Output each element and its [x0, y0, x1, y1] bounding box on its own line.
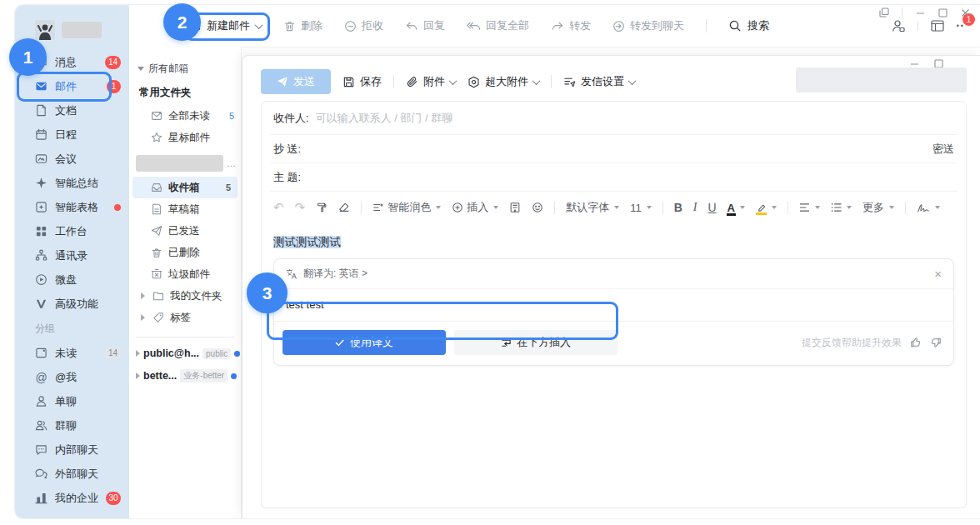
signature-button[interactable]	[917, 202, 940, 213]
folder-junk[interactable]: 垃圾邮件	[129, 263, 241, 285]
insert-button[interactable]: 插入	[452, 200, 498, 215]
thumbs-down-icon[interactable]	[930, 337, 942, 348]
sidebar-group-label: 分组	[15, 316, 129, 341]
sidebar-item-unread[interactable]: 未读14	[15, 341, 129, 365]
format-painter-icon[interactable]	[316, 202, 328, 213]
sidebar-item-drive[interactable]: 微盘	[15, 268, 129, 292]
attach-button[interactable]: 附件	[406, 74, 456, 89]
mail-account-item[interactable]: public@h...public	[129, 342, 241, 364]
list-button[interactable]	[831, 202, 852, 212]
sidebar-item-people[interactable]: 群聊	[15, 413, 129, 438]
highlight-button[interactable]	[756, 202, 777, 212]
bcc-toggle[interactable]: 密送	[932, 142, 954, 157]
smart-polish-button[interactable]: 智能润色	[372, 200, 441, 215]
subject-field[interactable]: 主 题:	[270, 163, 958, 192]
person-icon	[35, 395, 48, 408]
all-mailboxes[interactable]: 所有邮箱	[129, 58, 241, 79]
pin-window-icon[interactable]	[879, 8, 889, 18]
font-family-select[interactable]: 默认字体	[566, 200, 619, 215]
folder-draft[interactable]: 草稿箱	[129, 198, 241, 220]
contact-card-icon[interactable]	[891, 18, 906, 33]
folder-divider	[136, 337, 234, 338]
close-icon[interactable]	[960, 8, 970, 18]
sidebar-item-contacts[interactable]: 通讯录	[15, 243, 129, 268]
sidebar-item-person[interactable]: 单聊	[15, 389, 129, 413]
sidebar-item-at[interactable]: @@我	[15, 365, 129, 389]
reply-button[interactable]: 回复	[405, 18, 445, 33]
insert-below-button[interactable]: 在下方插入	[454, 330, 618, 355]
folder-mail-unread[interactable]: 全部未读5	[129, 105, 241, 127]
check-icon	[335, 338, 345, 348]
sidebar-item-advanced[interactable]: 高级功能	[15, 292, 129, 316]
align-button[interactable]	[799, 202, 820, 212]
underline-button[interactable]: U	[708, 201, 716, 214]
bold-button[interactable]: B	[674, 201, 682, 214]
triangle-right-icon	[136, 350, 140, 357]
triangle-right-icon	[141, 314, 145, 321]
folder-star[interactable]: 星标邮件	[129, 127, 241, 148]
font-size-select[interactable]: 11	[630, 202, 652, 214]
sidebar-item-label: 我的企业	[55, 491, 98, 506]
app-window: 消息14邮件1文档日程会议智能总结智能表格工作台通讯录微盘高级功能分组未读14@…	[15, 5, 980, 518]
thumbs-up-icon[interactable]	[910, 337, 922, 348]
sidebar-item-calendar[interactable]: 日程	[15, 122, 129, 147]
search-icon	[728, 19, 742, 32]
mail-account-item[interactable]: bette...业务-better	[129, 364, 241, 388]
avatar[interactable]	[35, 20, 55, 40]
use-translation-button[interactable]: 使用译文	[282, 330, 446, 355]
sidebar-item-doc[interactable]: 文档	[15, 98, 129, 122]
close-icon[interactable]: ×	[934, 268, 942, 280]
template-icon[interactable]	[509, 202, 521, 213]
sidebar-item-workbench[interactable]: 工作台	[15, 219, 129, 243]
account-more-dots[interactable]: …	[227, 158, 236, 168]
sidebar-item-label: 智能总结	[55, 176, 121, 191]
translate-result: test test	[274, 289, 953, 322]
more-format-button[interactable]: 更多	[862, 200, 894, 215]
folder-tag[interactable]: 标签	[129, 307, 241, 328]
sidebar-item-meeting[interactable]: 会议	[15, 147, 129, 171]
account-row-redacted[interactable]: …	[136, 155, 236, 172]
search-button[interactable]: 搜索	[728, 18, 769, 33]
sidebar-item-smart-table[interactable]: 智能表格	[15, 195, 129, 219]
translate-icon	[286, 268, 298, 280]
folder-folder[interactable]: 我的文件夹	[129, 285, 241, 307]
chevron-down-icon	[449, 77, 458, 85]
send-settings-button[interactable]: 发信设置	[563, 74, 635, 89]
eraser-icon[interactable]	[338, 202, 350, 213]
sidebar-item-bubbles[interactable]: 外部聊天	[15, 462, 129, 486]
mail-icon	[35, 80, 48, 92]
undo-icon[interactable]: ↶	[273, 200, 284, 215]
maximize-icon[interactable]	[938, 8, 948, 18]
sidebar-item-org[interactable]: 我的企业30	[15, 486, 129, 510]
layout-panel-icon[interactable]	[930, 18, 945, 33]
save-button[interactable]: 保存	[342, 74, 382, 89]
emoji-icon[interactable]	[532, 202, 543, 213]
trash-button[interactable]: 删除	[283, 18, 322, 33]
italic-button[interactable]: I	[693, 201, 698, 214]
contacts-icon	[35, 249, 48, 262]
forward-button[interactable]: 转发	[551, 18, 591, 33]
minimize-icon[interactable]	[915, 8, 925, 18]
folder-label: 收件箱	[168, 181, 220, 195]
sidebar-item-sparkle[interactable]: 智能总结	[15, 171, 129, 195]
folder-inbox[interactable]: 收件箱5	[132, 177, 238, 198]
cc-field[interactable]: 抄 送: 密送	[270, 135, 958, 163]
font-color-button[interactable]: A	[728, 202, 745, 213]
sidebar-item-mail[interactable]: 邮件1	[15, 74, 129, 98]
redo-icon[interactable]: ↷	[295, 200, 306, 215]
folder-trash[interactable]: 已删除	[129, 242, 241, 263]
sidebar-item-bubble-dots[interactable]: 内部聊天	[15, 438, 129, 462]
folder-label: 全部未读	[168, 109, 223, 123]
reply-all-button[interactable]: 回复全部	[467, 18, 529, 33]
compose-body[interactable]: 测试测试测试 翻译为: 英语 > × test test	[270, 222, 958, 366]
translate-target-label[interactable]: 翻译为: 英语 >	[303, 267, 368, 281]
block-button[interactable]: 拒收	[344, 18, 383, 33]
sidebar-item-label: 邮件	[55, 79, 99, 94]
send-button[interactable]: 发送	[261, 69, 331, 94]
to-field[interactable]: 收件人: 可以输入联系人 / 部门 / 群聊	[270, 102, 958, 135]
folder-sent[interactable]: 已发送	[129, 220, 241, 242]
big-attach-button[interactable]: 超大附件	[468, 74, 539, 89]
chat-forward-button[interactable]: 转发到聊天	[612, 18, 684, 33]
meeting-icon	[35, 152, 48, 165]
more-options-icon[interactable]: •• 1	[957, 22, 965, 30]
